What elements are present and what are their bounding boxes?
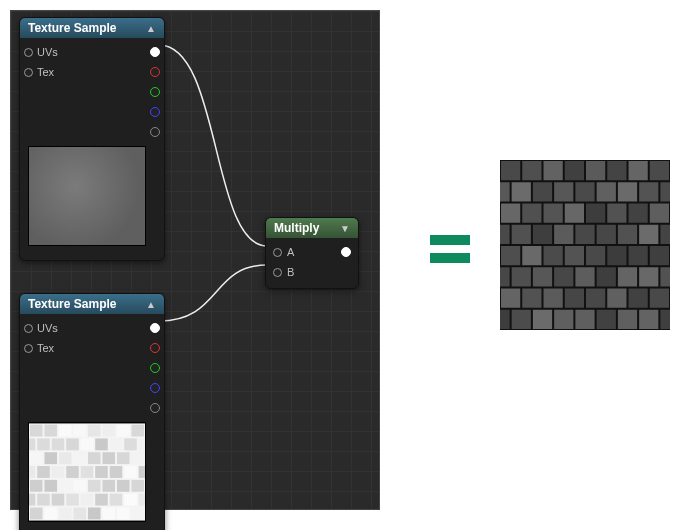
output-pin-b[interactable] — [150, 107, 160, 117]
svg-rect-102 — [575, 225, 594, 244]
svg-rect-117 — [500, 267, 510, 286]
svg-rect-25 — [88, 452, 101, 464]
svg-rect-89 — [501, 204, 520, 223]
output-pin-r[interactable] — [150, 343, 160, 353]
svg-rect-121 — [575, 267, 594, 286]
svg-rect-62 — [73, 507, 86, 519]
svg-rect-52 — [66, 494, 79, 506]
svg-rect-81 — [533, 182, 552, 201]
svg-rect-7 — [102, 425, 115, 437]
svg-rect-109 — [522, 246, 541, 265]
input-pin-uvs[interactable] — [24, 48, 33, 57]
input-pin-b[interactable] — [273, 268, 282, 277]
node-multiply[interactable]: Multiply ▼ A B — [265, 217, 359, 289]
svg-rect-83 — [575, 182, 594, 201]
svg-rect-35 — [95, 466, 108, 478]
svg-rect-123 — [618, 267, 637, 286]
svg-rect-139 — [554, 310, 573, 329]
svg-rect-6 — [88, 425, 101, 437]
node-title: Texture Sample — [28, 297, 116, 311]
svg-rect-108 — [501, 246, 520, 265]
pin-label: A — [287, 246, 294, 258]
svg-rect-87 — [660, 182, 670, 201]
svg-rect-63 — [88, 507, 101, 519]
svg-rect-111 — [565, 246, 584, 265]
input-pin-tex[interactable] — [24, 68, 33, 77]
svg-rect-14 — [66, 438, 79, 450]
input-pin-a[interactable] — [273, 248, 282, 257]
collapse-icon[interactable]: ▼ — [340, 223, 350, 234]
node-header[interactable]: Texture Sample ▲ — [20, 294, 164, 314]
material-graph-panel[interactable]: Texture Sample ▲ UVs Tex — [10, 10, 380, 510]
svg-rect-105 — [639, 225, 658, 244]
svg-rect-3 — [44, 425, 57, 437]
svg-rect-40 — [30, 480, 43, 492]
svg-rect-96 — [650, 204, 669, 223]
pin-label: B — [287, 266, 294, 278]
svg-rect-60 — [44, 507, 57, 519]
svg-rect-30 — [29, 466, 35, 478]
svg-rect-143 — [639, 310, 658, 329]
svg-rect-112 — [586, 246, 605, 265]
pin-label: UVs — [37, 46, 58, 58]
collapse-icon[interactable]: ▲ — [146, 299, 156, 310]
node-title: Texture Sample — [28, 21, 116, 35]
node-texture-sample-b[interactable]: Texture Sample ▲ UVs Tex — [19, 293, 165, 530]
svg-rect-141 — [597, 310, 616, 329]
svg-rect-51 — [52, 494, 65, 506]
svg-rect-98 — [500, 225, 510, 244]
svg-rect-9 — [131, 425, 144, 437]
svg-rect-91 — [544, 204, 563, 223]
collapse-icon[interactable]: ▲ — [146, 23, 156, 34]
svg-rect-134 — [650, 289, 669, 308]
svg-rect-66 — [131, 507, 144, 519]
output-pin-rgb[interactable] — [150, 47, 160, 57]
input-pin-tex[interactable] — [24, 344, 33, 353]
svg-rect-118 — [512, 267, 531, 286]
node-texture-sample-a[interactable]: Texture Sample ▲ UVs Tex — [19, 17, 165, 261]
svg-rect-11 — [29, 438, 35, 450]
svg-rect-75 — [607, 161, 626, 180]
svg-rect-95 — [629, 204, 648, 223]
svg-rect-94 — [607, 204, 626, 223]
svg-rect-86 — [639, 182, 658, 201]
output-pin-a[interactable] — [150, 127, 160, 137]
svg-rect-41 — [44, 480, 57, 492]
svg-rect-129 — [544, 289, 563, 308]
svg-rect-84 — [597, 182, 616, 201]
svg-rect-34 — [81, 466, 94, 478]
svg-rect-104 — [618, 225, 637, 244]
svg-rect-36 — [110, 466, 123, 478]
output-pin-rgb[interactable] — [150, 323, 160, 333]
node-header[interactable]: Multiply ▼ — [266, 218, 358, 238]
svg-rect-113 — [607, 246, 626, 265]
svg-rect-136 — [500, 310, 510, 329]
svg-rect-142 — [618, 310, 637, 329]
svg-rect-133 — [629, 289, 648, 308]
svg-rect-4 — [59, 425, 72, 437]
svg-rect-77 — [650, 161, 669, 180]
svg-rect-90 — [522, 204, 541, 223]
output-pin-g[interactable] — [150, 363, 160, 373]
svg-rect-93 — [586, 204, 605, 223]
svg-rect-53 — [81, 494, 94, 506]
svg-rect-23 — [59, 452, 72, 464]
svg-rect-19 — [139, 438, 145, 450]
svg-rect-33 — [66, 466, 79, 478]
output-pin[interactable] — [341, 247, 351, 257]
svg-rect-106 — [660, 225, 670, 244]
input-pin-uvs[interactable] — [24, 324, 33, 333]
svg-rect-144 — [660, 310, 670, 329]
svg-rect-24 — [73, 452, 86, 464]
output-pin-b[interactable] — [150, 383, 160, 393]
output-pin-g[interactable] — [150, 87, 160, 97]
svg-rect-45 — [102, 480, 115, 492]
svg-rect-131 — [586, 289, 605, 308]
svg-rect-74 — [586, 161, 605, 180]
output-pin-a[interactable] — [150, 403, 160, 413]
node-header[interactable]: Texture Sample ▲ — [20, 18, 164, 38]
svg-rect-61 — [59, 507, 72, 519]
svg-rect-85 — [618, 182, 637, 201]
svg-rect-137 — [512, 310, 531, 329]
output-pin-r[interactable] — [150, 67, 160, 77]
